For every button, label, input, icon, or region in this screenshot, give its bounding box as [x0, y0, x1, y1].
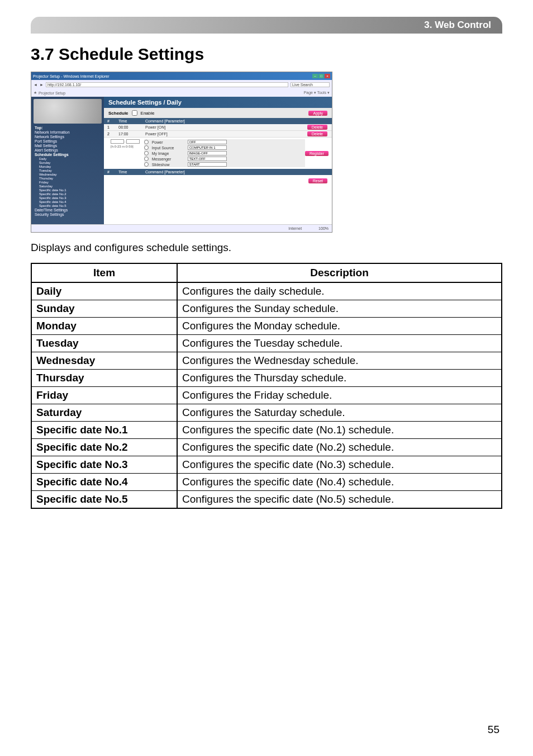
sidebar-sub-sunday[interactable]: Sunday: [39, 161, 102, 164]
row-cmd: Power [OFF]: [145, 132, 329, 136]
table-row: Specific date No.4Configures the specifi…: [31, 474, 502, 491]
sidebar-sub-specific1[interactable]: Specific date No.1: [39, 188, 102, 192]
col-time: Time: [118, 170, 141, 174]
param-radio[interactable]: [144, 145, 149, 150]
param-radio[interactable]: [144, 140, 149, 144]
hour-input[interactable]: [111, 139, 124, 144]
chapter-header: 3. Web Control: [31, 17, 502, 34]
sidebar-item-alert-settings[interactable]: Alert Settings: [35, 148, 102, 152]
row-num: 2: [107, 132, 114, 136]
intro-text: Displays and configures schedule setting…: [31, 242, 502, 254]
apply-button[interactable]: Apply: [308, 111, 327, 116]
cell-desc: Configures the Wednesday schedule.: [177, 352, 502, 370]
sidebar-item-schedule-settings[interactable]: Schedule Settings: [35, 153, 102, 157]
col-num: #: [107, 119, 114, 123]
nav-fwd-icon[interactable]: ►: [40, 83, 44, 87]
param-select[interactable]: COMPUTER IN 1: [188, 145, 227, 150]
close-icon[interactable]: ×: [325, 74, 330, 78]
param-label: My Image: [152, 152, 184, 155]
reset-button[interactable]: Reset: [308, 178, 327, 183]
sidebar-sub-friday[interactable]: Friday: [39, 181, 102, 184]
sidebar-item-mail-settings[interactable]: Mail Settings: [35, 144, 102, 148]
th-item: Item: [31, 263, 177, 282]
param-radio[interactable]: [144, 151, 149, 155]
row-num: 1: [107, 125, 114, 129]
cell-item: Monday: [31, 318, 177, 335]
tab-projector-setup[interactable]: Projector Setup: [39, 91, 65, 95]
table-row: Specific date No.1Configures the specifi…: [31, 422, 502, 439]
schedule-items-table: Item Description DailyConfigures the dai…: [31, 263, 502, 509]
sidebar-item-security[interactable]: Security Settings: [35, 212, 102, 216]
col-cmd: Command [Parameter]: [145, 119, 185, 123]
delete-button[interactable]: Delete: [307, 131, 327, 136]
cell-item: Daily: [31, 282, 177, 300]
sidebar-item-datetime[interactable]: Date/Time Settings: [35, 208, 102, 212]
param-row: Power OFF: [144, 139, 305, 145]
register-button[interactable]: Register: [305, 151, 329, 156]
schedule-label: Schedule: [108, 111, 129, 116]
sidebar-sub-specific2[interactable]: Specific date No.2: [39, 192, 102, 196]
delete-button[interactable]: Delete: [307, 125, 327, 130]
sidebar-sub-specific3[interactable]: Specific date No.3: [39, 196, 102, 200]
cell-item: Tuesday: [31, 335, 177, 352]
sidebar-item-network-settings[interactable]: Network Settings: [35, 135, 102, 139]
cell-desc: Configures the Friday schedule.: [177, 387, 502, 404]
param-select[interactable]: START: [188, 162, 227, 167]
table-row: FridayConfigures the Friday schedule.: [31, 387, 502, 404]
section-title: 3.7 Schedule Settings: [31, 45, 502, 64]
tab-bar: ★ Projector Setup Page ▾ Tools ▾: [31, 89, 332, 97]
page-number: 55: [488, 724, 499, 736]
sidebar-sub-wednesday[interactable]: Wednesday: [39, 173, 102, 176]
sidebar-sub-specific4[interactable]: Specific date No.4: [39, 200, 102, 204]
cell-item: Specific date No.1: [31, 422, 177, 439]
enable-row: Schedule Enable Apply: [104, 108, 332, 118]
sidebar-item-network-info[interactable]: Network Information: [35, 130, 102, 134]
favorites-icon[interactable]: ★: [34, 91, 37, 95]
sidebar-sub-saturday[interactable]: Saturday: [39, 185, 102, 188]
sidebar-sub-thursday[interactable]: Thursday: [39, 177, 102, 180]
command-row: 1 08:00 Power [ON] Delete: [104, 124, 332, 131]
window-titlebar: Projector Setup - Windows Internet Explo…: [31, 72, 332, 80]
sidebar-sub-specific5[interactable]: Specific date No.5: [39, 204, 102, 207]
nav-back-icon[interactable]: ◄: [34, 83, 37, 87]
window-title: Projector Setup - Windows Internet Explo…: [33, 74, 110, 78]
table-row: SaturdayConfigures the Saturday schedule…: [31, 404, 502, 422]
minute-input[interactable]: [126, 139, 140, 144]
sidebar-sub-monday[interactable]: Monday: [39, 165, 102, 168]
status-internet: Internet: [288, 226, 302, 230]
th-desc: Description: [177, 263, 502, 282]
cell-item: Sunday: [31, 300, 177, 318]
param-radio[interactable]: [144, 157, 149, 161]
sidebar-item-port-settings[interactable]: Port Settings: [35, 139, 102, 143]
cell-desc: Configures the Sunday schedule.: [177, 300, 502, 318]
enable-label: Enable: [141, 111, 155, 116]
enable-checkbox[interactable]: [132, 110, 137, 116]
cell-desc: Configures the specific date (No.1) sche…: [177, 422, 502, 439]
maximize-icon[interactable]: □: [318, 74, 324, 78]
cell-desc: Configures the daily schedule.: [177, 282, 502, 300]
param-select[interactable]: TEXT-OFF: [188, 157, 227, 161]
cell-item: Wednesday: [31, 352, 177, 370]
param-select[interactable]: OFF: [188, 140, 227, 144]
sidebar-sub-tuesday[interactable]: Tuesday: [39, 169, 102, 172]
search-box[interactable]: Live Search: [291, 82, 330, 87]
cell-desc: Configures the Thursday schedule.: [177, 370, 502, 387]
param-label: Slideshow: [152, 163, 184, 167]
param-select[interactable]: IMAGE-OFF: [188, 151, 227, 155]
cell-item: Specific date No.2: [31, 439, 177, 456]
sidebar-sub-daily[interactable]: Daily: [39, 157, 102, 160]
col-cmd: Command [Parameter]: [145, 170, 185, 174]
param-label: Messenger: [152, 157, 184, 161]
minimize-icon[interactable]: –: [312, 74, 318, 78]
row-cmd: Power [ON]: [145, 125, 329, 129]
param-radio[interactable]: [144, 162, 149, 167]
cell-desc: Configures the specific date (No.2) sche…: [177, 439, 502, 456]
cell-desc: Configures the specific date (No.3) sche…: [177, 456, 502, 474]
sidebar: Top: Network Information Network Setting…: [31, 97, 104, 224]
tools-menu[interactable]: Page ▾ Tools ▾: [304, 91, 330, 95]
cell-item: Thursday: [31, 370, 177, 387]
cell-desc: Configures the specific date (No.4) sche…: [177, 474, 502, 491]
row-time: 08:00: [118, 125, 141, 129]
cell-item: Specific date No.5: [31, 491, 177, 509]
param-row: Slideshow START: [144, 162, 305, 167]
